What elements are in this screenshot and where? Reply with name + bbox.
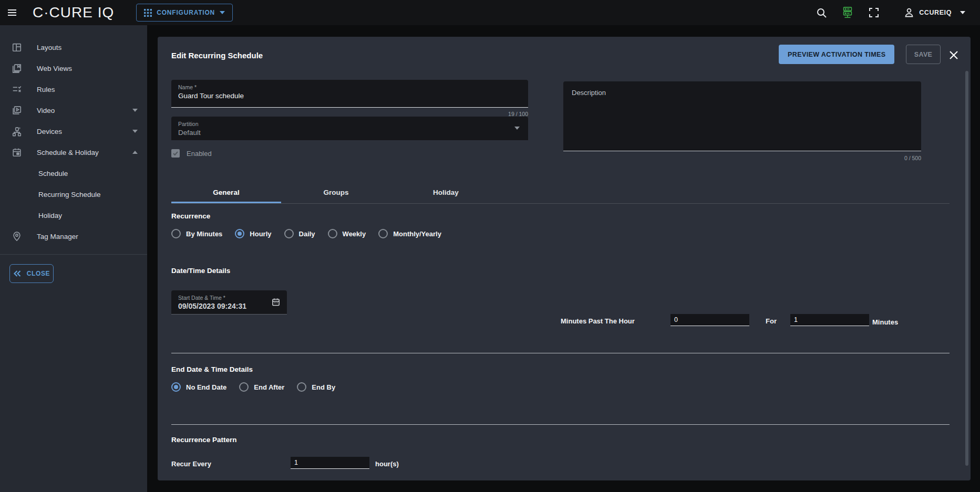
sidebar-subitem-label: Recurring Schedule bbox=[38, 191, 101, 198]
section-divider bbox=[171, 424, 950, 425]
sidebar-item-tag-manager[interactable]: Tag Manager bbox=[0, 226, 147, 247]
recur-every-input[interactable] bbox=[291, 457, 369, 469]
radio-circle-icon bbox=[171, 229, 181, 238]
radio-daily[interactable]: Daily bbox=[284, 229, 315, 238]
configuration-label: CONFIGURATION bbox=[157, 9, 215, 16]
sidebar-subitem-holiday[interactable]: Holiday bbox=[0, 205, 147, 226]
app-root: C·CURE IQ CONFIGURATION CCUREIQ bbox=[0, 0, 980, 492]
sidebar-item-label: Layouts bbox=[37, 44, 61, 51]
radio-circle-icon bbox=[328, 229, 337, 238]
web-views-icon bbox=[12, 62, 23, 74]
name-input[interactable] bbox=[171, 90, 528, 100]
recurrence-pattern-heading: Recurrence Pattern bbox=[171, 436, 237, 444]
edit-recurring-schedule-dialog: Edit Recurring Schedule PREVIEW ACTIVATI… bbox=[158, 37, 971, 480]
tag-manager-pin-icon bbox=[12, 231, 23, 242]
sidebar-item-schedule-holiday[interactable]: Schedule & Holiday bbox=[0, 142, 147, 163]
collapse-double-chevron-icon bbox=[13, 270, 22, 277]
sidebar-item-label: Web Views bbox=[37, 65, 72, 72]
dialog-tabs: General Groups Holiday bbox=[171, 182, 950, 204]
for-label: For bbox=[766, 317, 777, 325]
calendar-picker-icon[interactable] bbox=[271, 297, 281, 307]
sidebar-item-devices[interactable]: Devices bbox=[0, 121, 147, 142]
minutes-past-hour-input[interactable] bbox=[670, 314, 749, 326]
server-status-icon[interactable] bbox=[841, 6, 854, 19]
description-field[interactable] bbox=[563, 81, 921, 151]
enabled-label: Enabled bbox=[187, 150, 212, 158]
start-datetime-field[interactable]: Start Date & Time * 09/05/2023 09:24:31 bbox=[171, 290, 287, 315]
user-menu[interactable]: CCUREIQ bbox=[903, 7, 965, 18]
sidebar-nav: Layouts Web Views Rules Video Devices bbox=[0, 25, 147, 492]
chevron-down-icon bbox=[514, 127, 520, 130]
radio-hourly[interactable]: Hourly bbox=[235, 229, 271, 238]
radio-end-after[interactable]: End After bbox=[239, 382, 284, 392]
sidebar-subitem-recurring-schedule[interactable]: Recurring Schedule bbox=[0, 184, 147, 205]
radio-circle-icon bbox=[239, 382, 249, 392]
radio-circle-icon bbox=[297, 382, 306, 392]
save-button[interactable]: SAVE bbox=[906, 45, 941, 64]
app-logo: C·CURE IQ bbox=[33, 4, 114, 21]
checkbox-check-icon bbox=[172, 150, 179, 156]
recurrence-radio-group: By Minutes Hourly Daily Weekly Monthly/Y… bbox=[171, 229, 441, 238]
sidebar-item-video[interactable]: Video bbox=[0, 100, 147, 121]
sidebar-item-layouts[interactable]: Layouts bbox=[0, 37, 147, 58]
chevron-down-icon bbox=[132, 130, 138, 133]
description-textarea[interactable] bbox=[563, 81, 921, 151]
tab-groups[interactable]: Groups bbox=[281, 182, 391, 203]
dialog-scrollbar[interactable] bbox=[965, 71, 968, 466]
partition-value: Default bbox=[171, 127, 528, 137]
end-datetime-heading: End Date & Time Details bbox=[171, 365, 253, 373]
enabled-checkbox-row[interactable]: Enabled bbox=[171, 149, 212, 158]
chevron-down-icon bbox=[132, 109, 138, 112]
chevron-down-icon bbox=[220, 11, 225, 14]
layouts-icon bbox=[12, 41, 23, 53]
name-field[interactable]: Name * bbox=[171, 80, 528, 108]
search-icon[interactable] bbox=[815, 6, 828, 19]
datetime-details-heading: Date/Time Details bbox=[171, 267, 230, 275]
sidebar-subitem-label: Schedule bbox=[38, 170, 68, 177]
recurrence-heading: Recurrence bbox=[171, 212, 210, 220]
sidebar-item-label: Rules bbox=[37, 86, 55, 93]
sidebar-subitem-schedule[interactable]: Schedule bbox=[0, 163, 147, 184]
fullscreen-icon[interactable] bbox=[868, 6, 880, 19]
preview-activation-times-button[interactable]: PREVIEW ACTIVATION TIMES bbox=[779, 45, 894, 64]
sidebar-item-rules[interactable]: Rules bbox=[0, 79, 147, 100]
tab-general[interactable]: General bbox=[171, 182, 281, 203]
description-char-counter: 0 / 500 bbox=[563, 155, 921, 161]
close-x-icon[interactable] bbox=[948, 49, 960, 61]
sidebar-item-web-views[interactable]: Web Views bbox=[0, 58, 147, 79]
sidebar-item-label: Tag Manager bbox=[37, 233, 78, 240]
calendar-icon bbox=[12, 146, 23, 158]
sidebar-close-button[interactable]: CLOSE bbox=[9, 264, 54, 283]
chevron-up-icon bbox=[132, 151, 138, 154]
radio-no-end-date[interactable]: No End Date bbox=[171, 382, 226, 392]
user-icon bbox=[903, 7, 915, 18]
username-label: CCUREIQ bbox=[919, 9, 952, 16]
radio-circle-icon bbox=[284, 229, 294, 238]
video-icon bbox=[12, 104, 23, 116]
tab-holiday[interactable]: Holiday bbox=[391, 182, 501, 203]
close-button-label: CLOSE bbox=[27, 270, 50, 277]
chevron-down-icon bbox=[960, 11, 965, 14]
section-divider bbox=[171, 353, 950, 353]
radio-by-minutes[interactable]: By Minutes bbox=[171, 229, 222, 238]
radio-circle-icon bbox=[171, 382, 181, 392]
radio-circle-icon bbox=[235, 229, 244, 238]
apps-grid-icon bbox=[144, 9, 152, 17]
configuration-menu-button[interactable]: CONFIGURATION bbox=[136, 4, 233, 22]
topbar-actions: CCUREIQ bbox=[815, 6, 980, 19]
hamburger-menu-icon[interactable] bbox=[0, 7, 24, 18]
radio-weekly[interactable]: Weekly bbox=[328, 229, 366, 238]
sidebar-subitem-label: Holiday bbox=[38, 212, 62, 219]
start-datetime-value: 09/05/2023 09:24:31 bbox=[171, 301, 287, 310]
minutes-unit-label: Minutes bbox=[872, 318, 898, 326]
radio-end-by[interactable]: End By bbox=[297, 382, 335, 392]
enabled-checkbox[interactable] bbox=[171, 149, 180, 158]
sidebar-item-label: Devices bbox=[37, 128, 62, 135]
sidebar-item-label: Video bbox=[37, 107, 55, 114]
for-minutes-input[interactable] bbox=[790, 314, 869, 326]
radio-monthly-yearly[interactable]: Monthly/Yearly bbox=[378, 229, 441, 238]
recur-every-label: Recur Every bbox=[171, 460, 211, 468]
rules-icon bbox=[12, 83, 23, 95]
sidebar-item-label: Schedule & Holiday bbox=[37, 149, 99, 156]
partition-select[interactable]: Partition Default bbox=[171, 117, 528, 140]
